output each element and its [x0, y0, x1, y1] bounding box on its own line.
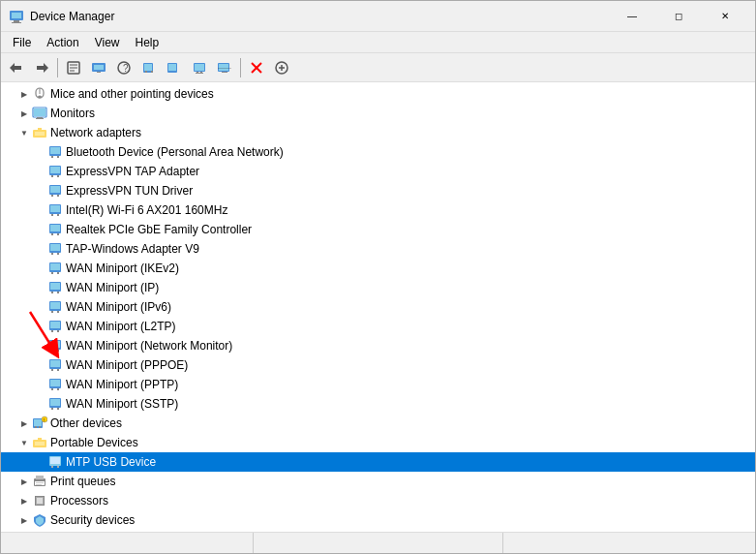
svg-rect-117	[36, 476, 44, 479]
security-devices-icon	[32, 512, 47, 528]
network-adapters-label: Network adapters	[50, 126, 141, 139]
svg-text:!: !	[44, 417, 45, 423]
maximize-button[interactable]: ◻	[656, 1, 701, 32]
svg-rect-1	[12, 13, 21, 18]
other-devices-icon: !	[32, 416, 47, 431]
print-queues-label: Print queues	[50, 475, 115, 488]
tree-item-wan-netmon[interactable]: ▶ WAN Miniport (Network Monitor)	[1, 336, 755, 355]
expander-print-queues[interactable]: ▶	[16, 472, 32, 491]
tree-item-portable-devices[interactable]: ▼ Portable Devices	[1, 433, 755, 452]
forward-button[interactable]	[30, 56, 53, 79]
tree-item-mtp-usb[interactable]: ▶ MTP USB Device	[1, 452, 755, 472]
tree-item-security-devices[interactable]: ▶ Security devices	[1, 510, 755, 530]
svg-rect-102	[57, 408, 59, 410]
svg-rect-101	[51, 408, 53, 410]
monitors-icon	[32, 106, 47, 121]
tree-item-wan-ikev2[interactable]: ▶ WAN Miniport (IKEv2)	[1, 259, 755, 278]
tree-item-wan-pptp[interactable]: ▶ WAN Miniport (PPTP)	[1, 375, 755, 394]
menu-action[interactable]: Action	[39, 34, 86, 51]
tree-item-bluetooth[interactable]: ▶ Bluetooth Device (Personal Area Networ…	[1, 142, 755, 162]
processors-label: Processors	[50, 494, 108, 508]
expander-security-devices[interactable]: ▶	[16, 510, 32, 530]
tree-item-processors[interactable]: ▶ Processors	[1, 491, 755, 510]
update-driver-button[interactable]	[87, 56, 110, 79]
menu-help[interactable]: Help	[128, 34, 167, 51]
device-status-button[interactable]: ?	[112, 56, 136, 79]
svg-rect-41	[36, 118, 44, 119]
tree-item-mice[interactable]: ▶ Mice and other pointing devices	[1, 84, 755, 104]
toolbar-separator-2	[240, 58, 241, 77]
tree-item-expressvpn-tap[interactable]: ▶ ExpressVPN TAP Adapter	[1, 162, 755, 181]
menu-view[interactable]: View	[87, 34, 128, 51]
svg-marker-5	[37, 63, 48, 73]
svg-rect-93	[51, 369, 53, 371]
svg-rect-11	[94, 65, 104, 70]
tree-item-wan-sstp[interactable]: ▶ WAN Miniport (SSTP)	[1, 394, 755, 414]
svg-point-37	[38, 96, 42, 99]
tree-item-wan-pppoe[interactable]: ▶ WAN Miniport (PPPOE)	[1, 355, 755, 375]
wan-pppoe-label: WAN Miniport (PPPOE)	[66, 358, 188, 372]
svg-rect-56	[57, 195, 59, 197]
expander-other-devices[interactable]: ▶	[16, 414, 32, 433]
properties-button[interactable]	[62, 56, 85, 79]
tap-windows-label: TAP-Windows Adapter V9	[66, 242, 199, 256]
minimize-button[interactable]: —	[610, 1, 654, 32]
intel-wifi-icon	[47, 202, 63, 218]
wan-ip-label: WAN Miniport (IP)	[66, 281, 159, 294]
disable-button[interactable]	[163, 56, 186, 79]
print-queues-icon	[32, 474, 47, 489]
svg-rect-63	[51, 233, 53, 235]
expander-network[interactable]: ▼	[16, 123, 32, 142]
back-button[interactable]	[5, 56, 28, 79]
svg-rect-43	[35, 132, 45, 136]
tree-item-print-queues[interactable]: ▶ Print queues	[1, 472, 755, 491]
tree-item-monitors[interactable]: ▶ Monitors	[1, 104, 755, 123]
window-title: Device Manager	[30, 10, 610, 23]
svg-rect-66	[50, 244, 60, 251]
add-button[interactable]	[270, 56, 293, 79]
enable-button[interactable]	[137, 56, 161, 79]
toolbar-separator-1	[57, 58, 58, 77]
tree-item-network-adapters[interactable]: ▼ Network adapters	[1, 123, 755, 142]
tree-item-wan-l2tp[interactable]: ▶ WAN Miniport (L2TP)	[1, 317, 755, 336]
uninstall-button[interactable]	[188, 56, 211, 79]
tree-item-expressvpn-tun[interactable]: ▶ ExpressVPN TUN Driver	[1, 181, 755, 200]
expressvpn-tun-label: ExpressVPN TUN Driver	[66, 184, 193, 198]
svg-rect-29	[218, 68, 231, 69]
expander-software-components[interactable]: ▶	[16, 530, 32, 532]
svg-rect-104	[34, 419, 42, 426]
device-manager-window: Device Manager — ◻ ✕ File Action View He…	[0, 0, 756, 554]
expander-monitors[interactable]: ▶	[16, 104, 32, 123]
expander-processors[interactable]: ▶	[16, 491, 32, 510]
close-button[interactable]: ✕	[703, 1, 747, 32]
expander-portable-devices[interactable]: ▼	[16, 433, 32, 452]
menu-file[interactable]: File	[5, 34, 39, 51]
svg-rect-78	[50, 302, 60, 309]
svg-rect-16	[144, 64, 152, 71]
wan-pptp-label: WAN Miniport (PPTP)	[66, 378, 178, 391]
other-devices-label: Other devices	[50, 416, 122, 430]
wan-pppoe-icon	[47, 357, 63, 373]
portable-devices-label: Portable Devices	[50, 436, 138, 449]
tree-item-tap-windows[interactable]: ▶ TAP-Windows Adapter V9	[1, 239, 755, 259]
wan-sstp-label: WAN Miniport (SSTP)	[66, 397, 178, 411]
scan-button[interactable]	[213, 56, 236, 79]
menu-bar: File Action View Help	[1, 32, 755, 53]
tree-item-wan-ip[interactable]: ▶ WAN Miniport (IP)	[1, 278, 755, 297]
tree-item-intel-wifi[interactable]: ▶ Intel(R) Wi-Fi 6 AX201 160MHz	[1, 200, 755, 220]
expander-mice[interactable]: ▶	[16, 84, 32, 104]
tree-item-other-devices[interactable]: ▶ ! Other devices	[1, 414, 755, 433]
tree-item-wan-ipv6[interactable]: ▶ WAN Miniport (IPv6)	[1, 297, 755, 317]
mtp-usb-icon	[47, 454, 63, 470]
status-bar	[1, 532, 755, 553]
svg-rect-106	[39, 426, 41, 428]
tree-item-software-components[interactable]: ▶ Software components	[1, 530, 755, 532]
svg-rect-76	[57, 292, 59, 293]
wan-ip-icon	[47, 280, 63, 295]
tree-item-realtek[interactable]: ▶ Realtek PCIe GbE Family Controller	[1, 220, 755, 239]
security-devices-label: Security devices	[50, 513, 135, 527]
svg-rect-83	[51, 330, 53, 332]
svg-rect-94	[57, 369, 59, 371]
svg-rect-71	[51, 272, 53, 274]
remove-button[interactable]	[245, 56, 268, 79]
